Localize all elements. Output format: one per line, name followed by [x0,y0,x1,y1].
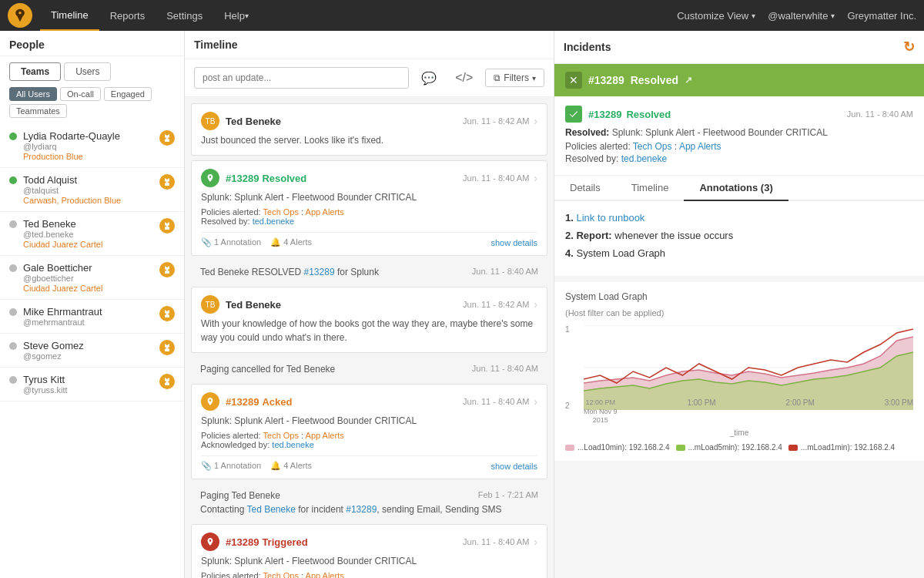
filter-teammates[interactable]: Teammates [9,104,67,118]
people-tabs: Teams Users [0,56,184,81]
timeline-tab[interactable]: Timeline [616,176,685,201]
policy-app-alerts-link[interactable]: App Alerts [306,207,344,217]
incident-time: Jun. 11 - 8:40 AM [463,173,529,183]
teams-tab[interactable]: Teams [9,62,61,81]
app-alerts-link[interactable]: App Alerts [679,141,721,152]
filter-on-call[interactable]: On-call [60,87,101,101]
post-time: Jun. 11 - 8:42 AM [463,300,529,309]
org-menu[interactable]: Greymatter Inc. [847,10,916,22]
nav-tab-settings[interactable]: Settings [156,0,213,31]
policy-tech-ops-link[interactable]: Tech Ops [263,207,299,217]
post-author: Ted Beneke [226,299,463,311]
chevron-right-icon: › [534,536,537,548]
incident-status-label: Resolved [631,74,678,86]
incident-id-link[interactable]: #13289 [226,396,259,408]
incident-title: Splunk: Splunk Alert - Fleetwood Bounder… [201,414,537,428]
comment-icon-button[interactable]: 💬 [415,68,443,89]
person-handle: @sgomez [23,351,155,361]
close-incident-button[interactable]: ✕ [565,72,582,89]
person-info: Mike Ehrmantraut @mehrmantraut [23,306,155,327]
person-item[interactable]: Todd Alquist @talquist Carwash, Producti… [0,168,184,212]
legend-item-load1: ...mLoad1min): 192.168.2.4 [788,443,895,452]
annotation-count: 📎 1 Annotation [201,237,261,247]
person-handle: @mehrmantraut [23,318,155,327]
resolved-by-link[interactable]: ted.beneke [621,153,667,164]
incident-ref-link[interactable]: #13289 [304,267,335,277]
incident-status-badge: #13289 Acked [226,396,463,408]
incident-footer: 📎 1 Annotation 🔔 4 Alerts show details [201,232,537,247]
timeline-item-header: TB Ted Beneke Jun. 11 - 8:42 AM › [201,295,537,314]
person-status-indicator [9,264,17,272]
users-tab[interactable]: Users [64,62,111,81]
chart-x-labels: 12:00 PMMon Nov 92015 1:00 PM 2:00 PM 3:… [584,398,913,425]
nav-tab-reports[interactable]: Reports [99,0,156,31]
user-menu[interactable]: @walterwhite ▾ [768,10,835,22]
legend-item-load10: ...Load10min): 192.168.2.4 [565,443,670,452]
policy-tech-ops-link[interactable]: Tech Ops [263,431,299,440]
incident-id-link[interactable]: #13289 [226,173,259,184]
timeline-item-header: TB Ted Beneke Jun. 11 - 8:42 AM › [201,112,537,130]
incident-description: Resolved: Splunk: Splunk Alert - Fleetwo… [565,127,913,138]
person-status-indicator [9,376,17,384]
annotation-2: 2. Report: whenever the issue occurs [565,230,913,241]
filter-all-users[interactable]: All Users [9,87,57,101]
timeline-incident-header: #13289 Acked Jun. 11 - 8:40 AM › [201,392,537,411]
incident-resolved-by: Acknowledged by: ted.beneke [201,440,537,449]
incident-time: Jun. 11 - 8:40 AM [463,397,529,406]
filters-button[interactable]: ⧉ Filters ▾ [485,69,544,87]
annotations-tab[interactable]: Annotations (3) [684,176,788,201]
person-item[interactable]: Mike Ehrmantraut @mehrmantraut [0,300,184,334]
nav-tab-timeline[interactable]: Timeline [40,0,99,31]
policy-app-alerts-link[interactable]: App Alerts [306,571,344,578]
policy-app-alerts-link[interactable]: App Alerts [306,431,344,440]
timeline-simple-event: Paging cancelled for Ted Beneke Jun. 11 … [191,358,547,381]
chart-area [584,325,913,410]
incident-id-link[interactable]: #13289 [226,536,259,548]
resolved-by-link[interactable]: ted.beneke [253,217,294,226]
incident-time: Jun. 11 - 8:40 AM [847,109,913,119]
user-avatar: TB [201,112,219,130]
incident-status-icon [565,106,582,123]
person-ref-link[interactable]: Ted Beneke [247,504,296,515]
policies-row: Policies alerted: Tech Ops : App Alerts [565,141,913,152]
annotation-count: 📎 1 Annotation [201,461,261,471]
person-info: Tyrus Kitt @tyruss.kitt [23,374,155,395]
person-item[interactable]: Steve Gomez @sgomez [0,334,184,368]
legend-color-load5 [676,445,685,451]
external-link-icon[interactable]: ↗ [685,75,692,86]
logo[interactable] [8,3,32,28]
details-tab[interactable]: Details [554,176,616,201]
customize-view-button[interactable]: Customize View ▾ [677,10,755,22]
filter-engaged[interactable]: Engaged [104,87,152,101]
filters-label: Filters [504,72,529,83]
person-item[interactable]: Tyrus Kitt @tyruss.kitt [0,368,184,402]
refresh-icon[interactable]: ↻ [903,39,915,55]
filter-icon: ⧉ [494,72,500,83]
person-item[interactable]: Lydia Rodarte-Quayle @lydiarq Production… [0,124,184,168]
tech-ops-link[interactable]: Tech Ops [633,141,672,152]
post-update-input[interactable] [194,67,409,89]
post-body: With your knowledge of how the books got… [201,317,537,344]
timeline-header: Timeline [185,31,554,59]
person-avatar-icon [159,306,175,321]
chevron-right-icon: › [534,115,537,127]
person-info: Steve Gomez @sgomez [23,340,155,361]
incident-title: Splunk: Splunk Alert - Fleetwood Bounder… [201,554,537,568]
acknowledged-by-link[interactable]: ted.beneke [272,440,313,449]
event-text: Paging cancelled for Ted Beneke [200,364,335,375]
person-avatar-icon [159,130,175,146]
timeline-incident-item: #13289 Resolved Jun. 11 - 8:40 AM › Splu… [191,160,547,256]
code-icon-button[interactable]: </> [449,68,479,88]
person-status-indicator [9,308,17,316]
person-avatar-icon [159,218,175,234]
person-item[interactable]: Ted Beneke @ted.beneke Ciudad Juarez Car… [0,212,184,256]
y-label-1: 1 [565,325,581,334]
policy-tech-ops-link[interactable]: Tech Ops [263,571,299,578]
show-details-link[interactable]: show details [490,462,537,471]
incident-ref-link[interactable]: #13289 [346,504,377,515]
nav-tab-help[interactable]: Help ▾ [213,0,259,31]
runbook-link[interactable]: Link to runbook [576,212,644,223]
show-details-link[interactable]: show details [490,238,537,247]
incident-policies: Policies alerted: Tech Ops : App Alerts [201,431,537,440]
person-item[interactable]: Gale Boetticher @gboetticher Ciudad Juar… [0,256,184,300]
